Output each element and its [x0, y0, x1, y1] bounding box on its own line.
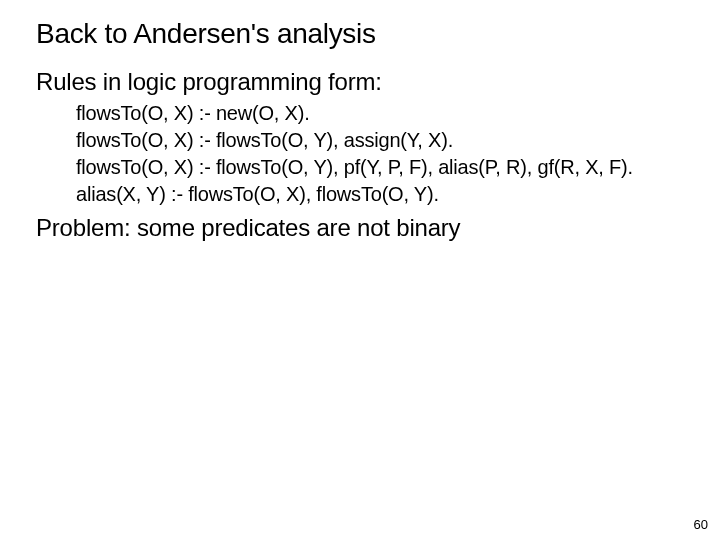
problem-statement: Problem: some predicates are not binary [36, 214, 684, 242]
slide: Back to Andersen's analysis Rules in log… [0, 0, 720, 540]
rule-line: flowsTo(O, X) :- flowsTo(O, Y), pf(Y, P,… [76, 154, 684, 181]
rule-line: flowsTo(O, X) :- flowsTo(O, Y), assign(Y… [76, 127, 684, 154]
rules-block: flowsTo(O, X) :- new(O, X). flowsTo(O, X… [76, 100, 684, 208]
rules-subtitle: Rules in logic programming form: [36, 68, 684, 96]
slide-title: Back to Andersen's analysis [36, 18, 684, 50]
page-number: 60 [694, 517, 708, 532]
rule-line: alias(X, Y) :- flowsTo(O, X), flowsTo(O,… [76, 181, 684, 208]
rule-line: flowsTo(O, X) :- new(O, X). [76, 100, 684, 127]
